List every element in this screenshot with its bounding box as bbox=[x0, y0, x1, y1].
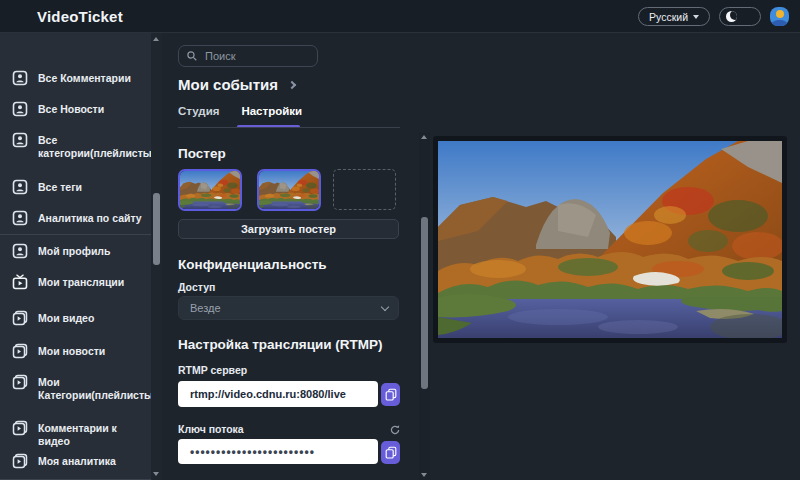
poster-thumbnail-2[interactable] bbox=[257, 169, 321, 211]
sidebar-scrollbar-thumb[interactable] bbox=[153, 193, 160, 265]
video-stack-icon bbox=[12, 343, 28, 359]
user-card-icon bbox=[12, 70, 28, 86]
refresh-key-icon[interactable] bbox=[389, 424, 401, 436]
sidebar-item-site-analytics[interactable]: Аналитика по сайту bbox=[0, 210, 151, 226]
sidebar-divider bbox=[0, 234, 151, 235]
sidebar-item-video-comments[interactable]: Комментарии к видео bbox=[0, 420, 151, 448]
video-stack-icon bbox=[12, 374, 28, 390]
tab-divider bbox=[178, 127, 400, 128]
access-select-value: Везде bbox=[190, 302, 221, 314]
user-card-icon bbox=[12, 179, 28, 195]
sidebar-item-label: Мои новости bbox=[38, 343, 151, 358]
rtmp-server-label: RTMP сервер bbox=[178, 364, 247, 376]
user-card-icon bbox=[12, 132, 28, 148]
rtmp-server-input[interactable] bbox=[178, 381, 378, 407]
scroll-down-icon[interactable] bbox=[153, 472, 159, 476]
language-selector[interactable]: Русский bbox=[638, 7, 710, 26]
stream-key-label: Ключ потока bbox=[178, 423, 244, 435]
sidebar: Все Комментарии Все Новости Все категори… bbox=[0, 33, 162, 480]
header: VideoTicket Русский bbox=[0, 0, 800, 33]
copy-key-button[interactable] bbox=[381, 441, 400, 464]
sidebar-item-label: Мои трансляции bbox=[38, 274, 151, 289]
user-card-icon bbox=[12, 210, 28, 226]
stream-poster-image bbox=[438, 141, 782, 338]
sidebar-item-label: Все Новости bbox=[38, 101, 151, 116]
avatar-head bbox=[776, 10, 784, 18]
sidebar-item-label: Мои видео bbox=[38, 310, 151, 325]
chevron-down-icon bbox=[381, 303, 389, 311]
sidebar-item-label: Все теги bbox=[38, 179, 151, 194]
content-scrollbar[interactable] bbox=[419, 132, 430, 480]
tab-studio[interactable]: Студия bbox=[178, 105, 219, 117]
user-card-icon bbox=[12, 243, 28, 259]
search-input[interactable] bbox=[178, 45, 318, 67]
app-root: VideoTicket Русский Все Комментарии Все … bbox=[0, 0, 800, 480]
video-stack-icon bbox=[12, 420, 28, 436]
avatar[interactable] bbox=[770, 7, 789, 26]
sidebar-item-label: Все Комментарии bbox=[38, 70, 151, 85]
sidebar-item-all-categories[interactable]: Все категории(плейлисты) bbox=[0, 132, 151, 160]
upload-poster-button[interactable]: Загрузить постер bbox=[178, 219, 399, 239]
poster-thumbnail-1[interactable] bbox=[178, 169, 242, 211]
search-icon bbox=[186, 50, 198, 62]
stream-preview-player[interactable] bbox=[433, 136, 787, 343]
copy-icon bbox=[384, 387, 398, 402]
video-stack-icon bbox=[12, 453, 28, 469]
poster-image bbox=[259, 171, 319, 209]
sidebar-item-all-tags[interactable]: Все теги bbox=[0, 179, 151, 195]
avatar-body bbox=[771, 20, 788, 26]
sidebar-item-my-profile[interactable]: Мой профиль bbox=[0, 243, 151, 259]
content-scrollbar-thumb[interactable] bbox=[421, 217, 428, 389]
app-title: VideoTicket bbox=[37, 8, 123, 25]
page-title: Мои события bbox=[178, 76, 278, 93]
language-label: Русский bbox=[649, 11, 688, 23]
search-box bbox=[178, 45, 318, 67]
tab-bar: Студия Настройки bbox=[178, 105, 302, 117]
scroll-up-icon[interactable] bbox=[153, 37, 159, 41]
sidebar-item-my-categories[interactable]: Мои Категории(плейлисты) bbox=[0, 374, 151, 402]
copy-server-button[interactable] bbox=[381, 383, 400, 406]
sidebar-item-my-streams[interactable]: Мои трансляции bbox=[0, 274, 151, 290]
sidebar-item-label: Аналитика по сайту bbox=[38, 210, 151, 225]
sidebar-item-all-news[interactable]: Все Новости bbox=[0, 101, 151, 117]
sidebar-item-label: Мои Категории(плейлисты) bbox=[38, 374, 156, 402]
sidebar-item-all-comments[interactable]: Все Комментарии bbox=[0, 70, 151, 86]
sidebar-item-label: Моя аналитика bbox=[38, 453, 151, 468]
copy-icon bbox=[384, 445, 398, 460]
stream-key-input[interactable] bbox=[178, 439, 378, 464]
privacy-heading: Конфиденциальность bbox=[178, 257, 327, 272]
rtmp-heading: Настройка трансляции (RTMP) bbox=[178, 337, 383, 352]
chevron-right-icon[interactable] bbox=[288, 81, 296, 89]
sidebar-item-my-analytics[interactable]: Моя аналитика bbox=[0, 453, 151, 469]
poster-image bbox=[180, 171, 240, 209]
poster-empty-slot[interactable] bbox=[333, 169, 396, 210]
tv-broadcast-icon bbox=[12, 274, 28, 290]
sidebar-item-my-news[interactable]: Мои новости bbox=[0, 343, 151, 359]
video-stack-icon bbox=[12, 310, 28, 326]
poster-heading: Постер bbox=[178, 146, 226, 161]
sidebar-item-my-videos[interactable]: Мои видео bbox=[0, 310, 151, 326]
sidebar-item-label: Мой профиль bbox=[38, 243, 151, 258]
sidebar-scrollbar[interactable] bbox=[151, 33, 162, 480]
access-select[interactable]: Везде bbox=[178, 296, 399, 320]
scroll-up-icon[interactable] bbox=[421, 135, 427, 139]
sidebar-item-label: Комментарии к видео bbox=[38, 420, 151, 448]
caret-down-icon bbox=[693, 15, 699, 19]
access-label: Доступ bbox=[178, 281, 215, 293]
breadcrumb: Мои события bbox=[178, 76, 295, 93]
tab-settings[interactable]: Настройки bbox=[241, 105, 302, 117]
scroll-down-icon[interactable] bbox=[421, 473, 427, 477]
theme-toggle[interactable] bbox=[719, 7, 761, 26]
sidebar-item-label: Все категории(плейлисты) bbox=[38, 132, 155, 160]
moon-icon bbox=[726, 11, 737, 22]
user-card-icon bbox=[12, 101, 28, 117]
header-controls: Русский bbox=[638, 7, 789, 26]
